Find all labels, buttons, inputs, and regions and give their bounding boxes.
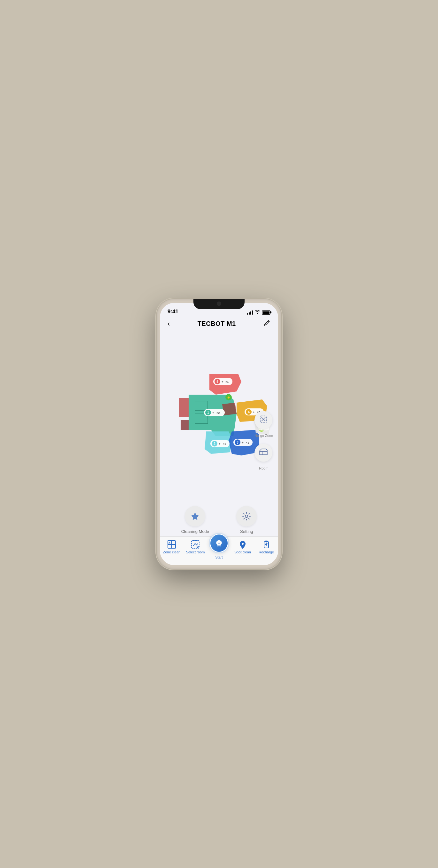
start-icon [213,538,225,549]
svg-point-64 [242,543,244,545]
svg-text:2: 2 [213,442,215,445]
wifi-icon [255,310,260,315]
setting-button[interactable]: Setting [236,506,257,534]
svg-text:×1: ×1 [223,442,226,445]
no-go-zone-button[interactable] [255,411,272,429]
notch [194,299,244,309]
camera [217,302,221,306]
tab-spot-clean[interactable]: Spot clean [231,540,255,554]
tab-zone-clean[interactable]: Zone clean [160,540,183,554]
phone-frame: 9:41 [157,299,281,569]
svg-text:✦: ✦ [221,380,224,383]
svg-text:×1: ×1 [225,380,229,383]
tab-recharge[interactable]: Recharge [255,540,278,554]
zone-clean-icon [167,540,176,549]
svg-text:4: 4 [248,410,250,414]
svg-point-48 [245,515,248,518]
svg-text:1: 1 [207,411,209,414]
svg-line-60 [217,545,217,547]
phone-screen: 9:41 [160,303,278,565]
svg-text:×2: ×2 [216,411,220,414]
svg-text:5: 5 [216,380,218,383]
svg-text:✦: ✦ [218,442,221,445]
select-room-label: Select room [186,550,205,554]
page-title: TECBOT M1 [198,320,236,328]
action-buttons: Cleaning Mode Setting [160,502,278,536]
no-go-zone-label: No-go Zone [255,434,273,437]
room-button[interactable] [255,444,272,462]
setting-label: Setting [240,529,253,534]
map-buttons: No-go Zone Room [255,411,273,470]
header: ‹ TECBOT M1 [160,317,278,332]
battery-icon [262,310,270,315]
svg-text:3: 3 [237,441,238,444]
tab-select-room[interactable]: Select room [183,540,207,554]
svg-text:✦: ✦ [212,411,214,414]
zone-clean-label: Zone clean [163,550,180,554]
recharge-label: Recharge [259,550,274,554]
signal-icon [247,310,253,315]
map-area[interactable]: ⚡ ✦ 5 ✦ ×1 1 ✦ ×2 [160,332,278,502]
spot-clean-label: Spot clean [234,550,251,554]
start-label: Start [215,555,223,559]
edit-button[interactable] [263,319,270,328]
svg-marker-4 [181,420,189,430]
recharge-icon [262,540,271,549]
cleaning-mode-button[interactable]: Cleaning Mode [181,506,209,534]
svg-marker-3 [179,398,189,417]
svg-text:×1: ×1 [246,441,249,444]
tab-start[interactable]: Start [207,533,231,559]
room-label: Room [255,466,273,470]
svg-text:⚡: ⚡ [227,395,231,399]
svg-line-61 [218,545,218,547]
svg-point-58 [218,542,218,542]
svg-line-63 [221,545,221,547]
spot-clean-icon [238,540,247,549]
tab-bar: Zone clean Select room [160,536,278,565]
cleaning-mode-label: Cleaning Mode [181,529,209,534]
status-icons [247,310,270,315]
svg-line-62 [220,545,220,547]
select-room-icon [191,540,200,549]
svg-text:✦: ✦ [241,441,244,444]
status-time: 9:41 [168,309,178,315]
svg-point-59 [220,542,220,542]
back-button[interactable]: ‹ [168,320,170,328]
svg-rect-51 [172,545,175,548]
